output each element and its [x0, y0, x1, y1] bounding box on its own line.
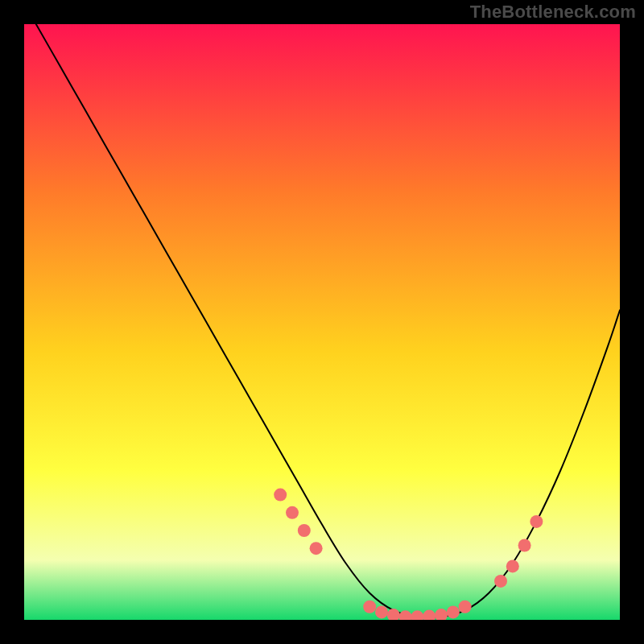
chart-frame: TheBottleneck.com	[0, 0, 644, 644]
svg-rect-0	[24, 24, 620, 620]
watermark-text: TheBottleneck.com	[470, 2, 636, 23]
plot-area	[24, 24, 620, 620]
gradient-background	[24, 24, 620, 620]
